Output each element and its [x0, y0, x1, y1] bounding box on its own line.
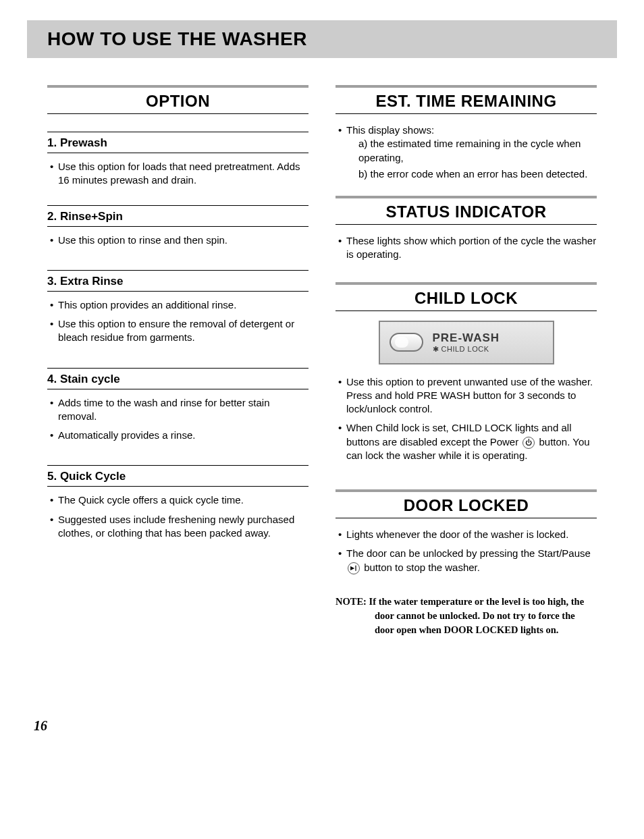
bullet-item: Use this option for loads that need pret… [50, 160, 308, 188]
bullet-item: This option provides an additional rinse… [50, 298, 308, 312]
bullet-item: These lights show which portion of the c… [338, 234, 597, 262]
bullets-rinsespin: Use this option to rinse and then spin. [47, 234, 308, 247]
section-title-childlock: CHILD LOCK [336, 289, 597, 308]
subheading-text: 3. Extra Rinse [47, 275, 308, 288]
section-option-header: OPTION [47, 85, 308, 114]
bullets-staincycle: Adds time to the wash and rinse for bett… [47, 396, 308, 443]
nested-item: a) the estimated time remaining in the c… [358, 137, 597, 165]
subheading-quickcycle: 5. Quick Cycle [47, 465, 308, 487]
bullet-item: Adds time to the wash and rinse for bett… [50, 396, 308, 424]
bullets-extrarinse: This option provides an additional rinse… [47, 298, 308, 345]
section-childlock-header: CHILD LOCK [336, 282, 597, 311]
nested-item: b) the error code when an error has been… [358, 167, 597, 181]
section-title-option: OPTION [47, 92, 308, 111]
section-title-esttime: EST. TIME REMAINING [336, 92, 597, 111]
bullets-status: These lights show which portion of the c… [336, 234, 597, 262]
bullet-item: When Child lock is set, CHILD LOCK light… [338, 421, 597, 462]
note-text: If the water temperature or the level is… [369, 596, 585, 635]
note-body: NOTE: If the water temperature or the le… [336, 595, 597, 637]
prewash-button-graphic: PRE-WASH ✱ CHILD LOCK [379, 321, 554, 364]
text-part: The door can be unlocked by pressing the… [346, 547, 591, 559]
bullet-item: Use this option to prevent unwanted use … [338, 375, 597, 416]
subheading-text: 5. Quick Cycle [47, 470, 308, 483]
subheading-text: 2. Rinse+Spin [47, 210, 308, 223]
button-label-group: PRE-WASH ✱ CHILD LOCK [433, 331, 500, 354]
right-column: EST. TIME REMAINING This display shows: … [336, 85, 597, 637]
button-shape-icon [390, 333, 423, 352]
subheading-rinsespin: 2. Rinse+Spin [47, 205, 308, 227]
section-esttime-header: EST. TIME REMAINING [336, 85, 597, 114]
subheading-text: 1. Prewash [47, 136, 308, 150]
page-title: HOW TO USE THE WASHER [47, 28, 597, 50]
page-number: 16 [0, 637, 644, 734]
text-part: button to stop the washer. [361, 562, 480, 573]
bullet-item: The Quick cycle offers a quick cycle tim… [50, 493, 308, 507]
bullet-item: Lights whenever the door of the washer i… [338, 528, 597, 541]
subheading-extrarinse: 3. Extra Rinse [47, 270, 308, 292]
subheading-prewash: 1. Prewash [47, 132, 308, 153]
bullet-item: Use this option to rinse and then spin. [50, 234, 308, 247]
bullet-item: Suggested uses include freshening newly … [50, 513, 308, 541]
subheading-text: 4. Stain cycle [47, 373, 308, 386]
section-status-header: STATUS INDICATOR [336, 196, 597, 225]
note-block: NOTE: If the water temperature or the le… [336, 595, 597, 637]
nested-list: a) the estimated time remaining in the c… [346, 137, 597, 181]
section-title-doorlocked: DOOR LOCKED [336, 496, 597, 515]
intro-text: This display shows: [346, 124, 434, 136]
bullets-quickcycle: The Quick cycle offers a quick cycle tim… [47, 493, 308, 540]
bullets-prewash: Use this option for loads that need pret… [47, 160, 308, 188]
power-icon: ⏻ [522, 437, 535, 449]
section-title-status: STATUS INDICATOR [336, 202, 597, 221]
content-columns: OPTION 1. Prewash Use this option for lo… [0, 85, 644, 637]
subheading-staincycle: 4. Stain cycle [47, 368, 308, 389]
note-label: NOTE: [336, 596, 369, 607]
button-label-line2: ✱ CHILD LOCK [433, 345, 500, 354]
startpause-icon: ▶∥ [348, 562, 360, 574]
bullet-item: Use this option to ensure the removal of… [50, 317, 308, 345]
bullet-item: This display shows: a) the estimated tim… [338, 124, 597, 181]
bullets-doorlocked: Lights whenever the door of the washer i… [336, 528, 597, 574]
bullet-item: The door can be unlocked by pressing the… [338, 547, 597, 574]
section-doorlocked-header: DOOR LOCKED [336, 489, 597, 518]
bullet-item: Automatically provides a rinse. [50, 429, 308, 442]
button-label-line1: PRE-WASH [433, 331, 500, 345]
bullets-childlock: Use this option to prevent unwanted use … [336, 375, 597, 463]
bullets-esttime: This display shows: a) the estimated tim… [336, 124, 597, 181]
page-header: HOW TO USE THE WASHER [27, 20, 617, 58]
left-column: OPTION 1. Prewash Use this option for lo… [47, 85, 308, 637]
